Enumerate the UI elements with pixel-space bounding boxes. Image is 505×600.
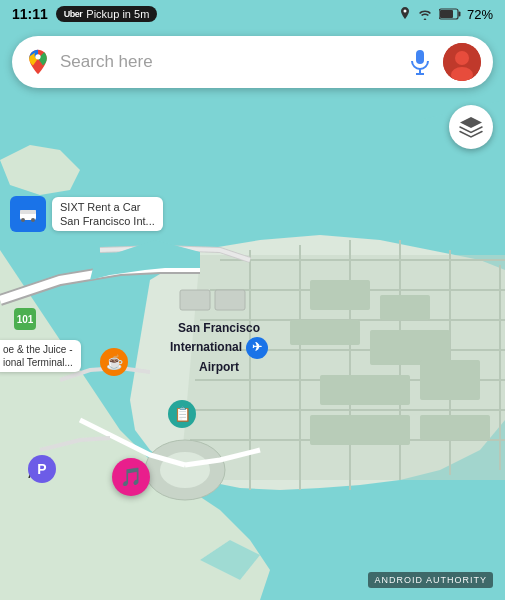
svg-rect-32 bbox=[440, 10, 453, 18]
avatar-image bbox=[443, 43, 481, 81]
airport-name-line2: International bbox=[170, 339, 242, 356]
battery-text: 72% bbox=[467, 7, 493, 22]
airport-label-group: San Francisco International ✈ Airport bbox=[170, 320, 268, 376]
location-icon bbox=[399, 7, 411, 21]
status-left: 11:11 Uber Pickup in 5m bbox=[12, 6, 157, 22]
layers-icon bbox=[458, 114, 484, 140]
svg-rect-34 bbox=[416, 50, 424, 64]
airport-name-line3: Airport bbox=[170, 359, 268, 376]
svg-point-28 bbox=[31, 218, 35, 222]
mic-button[interactable] bbox=[405, 47, 435, 77]
road-101-badge: 101 bbox=[14, 308, 36, 330]
svg-point-38 bbox=[455, 51, 469, 65]
airport-name-line1: San Francisco bbox=[170, 320, 268, 337]
svg-point-29 bbox=[403, 10, 406, 13]
status-bar: 11:11 Uber Pickup in 5m 72% bbox=[0, 0, 505, 28]
pink-pin[interactable]: 🎵 bbox=[112, 458, 150, 496]
juice-label: oe & the Juice - ional Terminal... bbox=[0, 340, 81, 372]
coffee-icon: ☕ bbox=[100, 348, 128, 376]
map-markers-layer: SIXT Rent a Car San Francisco Int... 101… bbox=[0, 0, 505, 600]
svg-rect-26 bbox=[20, 210, 36, 214]
google-maps-logo bbox=[24, 48, 52, 76]
clock: 11:11 bbox=[12, 6, 48, 22]
sixt-marker[interactable]: SIXT Rent a Car San Francisco Int... bbox=[10, 196, 163, 232]
mic-icon bbox=[409, 49, 431, 75]
teal-pin[interactable]: 📋 bbox=[168, 400, 196, 428]
coffee-marker[interactable]: ☕ bbox=[100, 348, 128, 376]
uber-status: Pickup in 5m bbox=[86, 8, 149, 20]
svg-rect-31 bbox=[458, 12, 460, 17]
search-placeholder: Search here bbox=[60, 52, 397, 72]
airport-icon: ✈ bbox=[246, 337, 268, 359]
sixt-label: SIXT Rent a Car San Francisco Int... bbox=[52, 197, 163, 232]
layer-button[interactable] bbox=[449, 105, 493, 149]
battery-icon bbox=[439, 8, 461, 20]
map-container[interactable]: SIXT Rent a Car San Francisco Int... 101… bbox=[0, 0, 505, 600]
juice-marker[interactable]: oe & the Juice - ional Terminal... bbox=[0, 340, 81, 372]
sixt-icon bbox=[10, 196, 46, 232]
uber-pill[interactable]: Uber Pickup in 5m bbox=[56, 6, 158, 22]
search-bar[interactable]: Search here bbox=[12, 36, 493, 88]
status-right: 72% bbox=[399, 7, 493, 22]
wifi-icon bbox=[417, 8, 433, 20]
uber-logo: Uber bbox=[64, 9, 83, 19]
parking-badge[interactable]: P bbox=[28, 455, 56, 483]
svg-point-27 bbox=[21, 218, 25, 222]
watermark: ANDROID AUTHORITY bbox=[368, 572, 493, 588]
svg-point-33 bbox=[35, 54, 40, 59]
user-avatar[interactable] bbox=[443, 43, 481, 81]
